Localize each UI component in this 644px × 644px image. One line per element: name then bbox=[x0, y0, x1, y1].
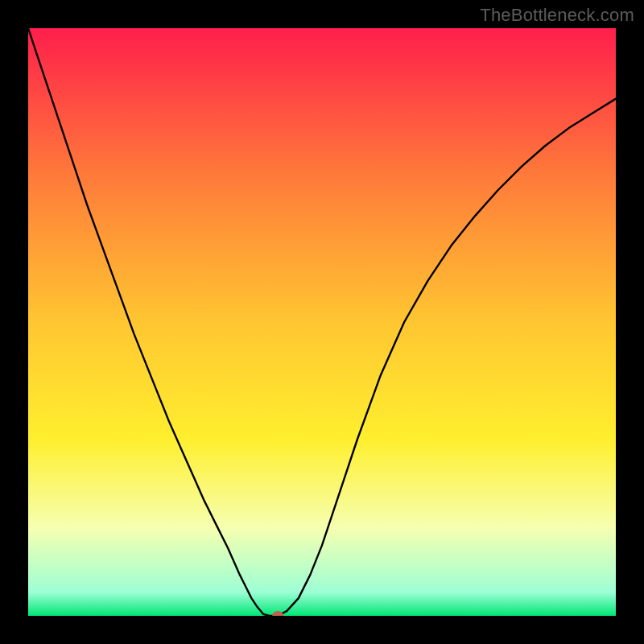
chart-frame: TheBottleneck.com bbox=[0, 0, 644, 644]
gradient-background bbox=[28, 28, 616, 616]
watermark-text: TheBottleneck.com bbox=[480, 5, 634, 26]
plot-area bbox=[28, 28, 616, 616]
bottleneck-chart bbox=[28, 28, 616, 616]
